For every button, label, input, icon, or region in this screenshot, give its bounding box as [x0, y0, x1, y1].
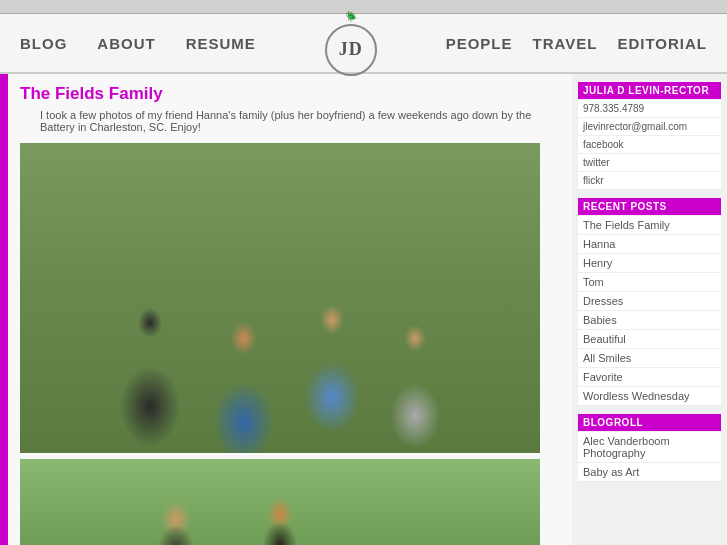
- main-photo-inner: [20, 143, 540, 453]
- logo-initials[interactable]: JD: [325, 24, 377, 76]
- contact-twitter[interactable]: twitter: [578, 154, 721, 172]
- recent-post-fields-family[interactable]: The Fields Family: [578, 216, 721, 235]
- nav-left: BLOG ABOUT RESUME: [20, 35, 256, 52]
- recent-post-all-smiles[interactable]: All Smiles: [578, 349, 721, 368]
- recent-post-dresses[interactable]: Dresses: [578, 292, 721, 311]
- main-wrapper: The Fields Family I took a few photos of…: [0, 74, 727, 545]
- logo[interactable]: 🪲 JD: [325, 11, 377, 76]
- blogroll-header: BLOGROLL: [578, 414, 721, 431]
- recent-posts-list: The Fields Family Hanna Henry Tom Dresse…: [578, 216, 721, 406]
- nav-resume[interactable]: RESUME: [186, 35, 256, 52]
- nav-people[interactable]: PEOPLE: [446, 35, 513, 52]
- recent-posts-header: RECENT POSTS: [578, 198, 721, 215]
- post-title: The Fields Family: [20, 84, 562, 104]
- nav-blog[interactable]: BLOG: [20, 35, 67, 52]
- recent-post-babies[interactable]: Babies: [578, 311, 721, 330]
- left-accent-strip: [0, 74, 8, 545]
- header: BLOG ABOUT RESUME 🪲 JD PEOPLE TRAVEL EDI…: [0, 14, 727, 74]
- recent-post-henry[interactable]: Henry: [578, 254, 721, 273]
- logo-bug-icon: 🪲: [345, 11, 357, 22]
- contact-list: 978.335.4789 jlevinrector@gmail.com face…: [578, 100, 721, 190]
- content-area: The Fields Family I took a few photos of…: [8, 74, 572, 545]
- blogroll-alec[interactable]: Alec Vanderboom Photography: [578, 432, 721, 463]
- nav-right: PEOPLE TRAVEL EDITORIAL: [446, 35, 707, 52]
- post-subtitle: I took a few photos of my friend Hanna's…: [20, 109, 562, 133]
- recent-post-beautiful[interactable]: Beautiful: [578, 330, 721, 349]
- recent-post-wordless-wednesday[interactable]: Wordless Wednesday: [578, 387, 721, 406]
- recent-post-hanna[interactable]: Hanna: [578, 235, 721, 254]
- contact-flickr[interactable]: flickr: [578, 172, 721, 190]
- nav-travel[interactable]: TRAVEL: [533, 35, 598, 52]
- family-photo-background: [20, 143, 540, 453]
- blogroll-baby-as-art[interactable]: Baby as Art: [578, 463, 721, 482]
- right-sidebar: JULIA D LEVIN-RECTOR 978.335.4789 jlevin…: [572, 74, 727, 545]
- contact-email[interactable]: jlevinrector@gmail.com: [578, 118, 721, 136]
- contact-header: JULIA D LEVIN-RECTOR: [578, 82, 721, 99]
- contact-facebook[interactable]: facebook: [578, 136, 721, 154]
- blogroll-list: Alec Vanderboom Photography Baby as Art: [578, 432, 721, 482]
- recent-post-tom[interactable]: Tom: [578, 273, 721, 292]
- second-photo-inner: [20, 459, 540, 545]
- nav-editorial[interactable]: EDITORIAL: [617, 35, 707, 52]
- second-photo: [20, 459, 540, 545]
- main-photo: [20, 143, 540, 453]
- nav-about[interactable]: ABOUT: [97, 35, 155, 52]
- recent-post-favorite[interactable]: Favorite: [578, 368, 721, 387]
- contact-phone[interactable]: 978.335.4789: [578, 100, 721, 118]
